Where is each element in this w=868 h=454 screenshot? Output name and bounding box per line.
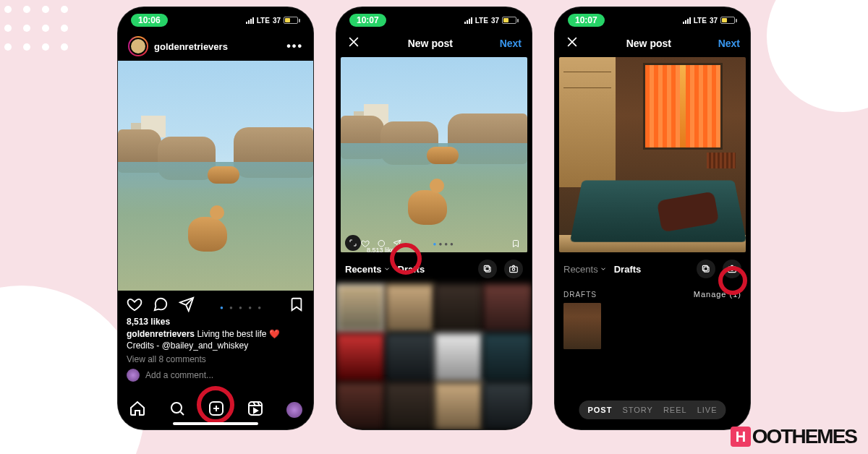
status-time: 10:07 bbox=[349, 14, 386, 27]
battery-percent: 37 bbox=[273, 17, 281, 25]
photo-gallery-grid bbox=[336, 284, 532, 429]
battery-icon bbox=[284, 17, 300, 24]
close-icon[interactable] bbox=[565, 35, 579, 51]
annotation-circle bbox=[390, 243, 422, 275]
story-avatar[interactable] bbox=[128, 36, 148, 56]
brand-text: OOTHEMES bbox=[752, 425, 856, 448]
add-comment-row[interactable]: Add a comment... bbox=[118, 364, 313, 386]
reels-icon[interactable] bbox=[247, 400, 264, 420]
mode-reel[interactable]: REEL bbox=[663, 406, 687, 414]
post-caption: goldenretrievers Living the best life ❤️… bbox=[118, 327, 313, 351]
battery-percent: 37 bbox=[710, 17, 718, 25]
svg-point-0 bbox=[171, 403, 182, 413]
gallery-thumb[interactable] bbox=[336, 333, 385, 382]
gallery-thumb[interactable] bbox=[336, 382, 385, 430]
post-action-bar: ● ● ● ● ● bbox=[118, 291, 313, 317]
status-bar: 10:06 LTE 37 bbox=[118, 7, 313, 33]
network-label: LTE bbox=[475, 17, 488, 25]
phone-screen-newpost-gallery: 10:07 LTE 37 New post Next bbox=[336, 7, 532, 429]
brand-logo-icon: H bbox=[731, 427, 751, 447]
phone-screen-newpost-drafts: 10:07 LTE 37 New post Next bbox=[555, 7, 750, 429]
battery-icon bbox=[720, 17, 737, 24]
gallery-thumb[interactable] bbox=[483, 333, 532, 382]
expand-icon[interactable] bbox=[345, 235, 361, 251]
annotation-circle bbox=[197, 386, 234, 424]
signal-icon bbox=[464, 17, 472, 24]
mode-post[interactable]: POST bbox=[587, 406, 612, 414]
source-picker-row: Recents Drafts bbox=[336, 252, 532, 284]
newpost-header: New post Next bbox=[555, 33, 750, 57]
battery-icon bbox=[502, 17, 519, 24]
my-avatar bbox=[127, 369, 140, 382]
caption-credits: Credits - @bailey_and_whiskey bbox=[127, 340, 248, 351]
comment-icon[interactable] bbox=[153, 296, 169, 315]
post-header: goldenretrievers ••• bbox=[118, 33, 313, 61]
drafts-label: DRAFTS bbox=[563, 291, 597, 299]
page-title: New post bbox=[361, 38, 500, 49]
status-bar: 10:07 LTE 37 bbox=[555, 7, 750, 33]
selected-preview[interactable]: ●●●● 8,513 like bbox=[341, 57, 527, 252]
selected-preview[interactable] bbox=[559, 57, 746, 252]
post-username[interactable]: goldenretrievers bbox=[154, 41, 228, 52]
gallery-thumb[interactable] bbox=[386, 382, 434, 430]
post-mode-selector[interactable]: POST STORY REEL LIVE bbox=[579, 401, 726, 419]
battery-percent: 37 bbox=[491, 17, 499, 25]
carousel-dots: ● ● ● ● ● bbox=[220, 304, 263, 311]
gallery-thumb[interactable] bbox=[336, 284, 385, 333]
status-time: 10:06 bbox=[131, 14, 168, 27]
post-photo[interactable] bbox=[118, 61, 313, 291]
svg-rect-7 bbox=[704, 267, 709, 272]
caption-username[interactable]: goldenretrievers bbox=[127, 329, 195, 339]
newpost-header: New post Next bbox=[336, 33, 532, 57]
close-icon[interactable] bbox=[346, 35, 361, 51]
svg-point-6 bbox=[512, 268, 515, 271]
home-indicator bbox=[173, 422, 258, 425]
next-button[interactable]: Next bbox=[500, 38, 522, 49]
signal-icon bbox=[683, 17, 691, 24]
gallery-thumb[interactable] bbox=[483, 382, 532, 430]
annotation-circle bbox=[718, 266, 747, 295]
status-bar: 10:07 LTE 37 bbox=[336, 7, 532, 33]
likes-count[interactable]: 8,513 likes bbox=[118, 317, 313, 327]
svg-rect-3 bbox=[485, 267, 490, 272]
search-icon[interactable] bbox=[169, 400, 186, 420]
more-icon[interactable]: ••• bbox=[286, 40, 303, 53]
mode-story[interactable]: STORY bbox=[622, 406, 653, 414]
status-time: 10:07 bbox=[568, 14, 605, 27]
svg-rect-2 bbox=[249, 402, 262, 415]
mode-live[interactable]: LIVE bbox=[697, 406, 718, 414]
gallery-thumb[interactable] bbox=[435, 333, 483, 382]
share-icon[interactable] bbox=[179, 296, 195, 315]
drafts-tab[interactable]: Drafts bbox=[614, 264, 642, 275]
draft-thumbnail[interactable] bbox=[563, 303, 601, 349]
svg-rect-4 bbox=[484, 265, 489, 270]
like-icon[interactable] bbox=[127, 296, 142, 315]
heart-emoji: ❤️ bbox=[269, 329, 280, 339]
gallery-thumb[interactable] bbox=[435, 284, 483, 333]
phone-screen-feed: 10:06 LTE 37 goldenretrievers ••• bbox=[118, 7, 313, 429]
gallery-thumb[interactable] bbox=[435, 382, 483, 430]
brand-watermark: HOOTHEMES bbox=[731, 425, 856, 448]
profile-avatar-icon[interactable] bbox=[286, 402, 302, 418]
chevron-down-icon bbox=[383, 264, 391, 275]
svg-rect-5 bbox=[510, 267, 518, 273]
preview-likes: 8,513 like bbox=[367, 247, 395, 252]
gallery-thumb[interactable] bbox=[386, 333, 434, 382]
recents-tab[interactable]: Recents bbox=[563, 264, 607, 275]
network-label: LTE bbox=[694, 17, 707, 25]
network-label: LTE bbox=[257, 17, 270, 25]
gallery-thumb[interactable] bbox=[386, 284, 434, 333]
home-icon[interactable] bbox=[129, 400, 146, 420]
multi-select-icon[interactable] bbox=[478, 260, 497, 278]
svg-rect-8 bbox=[702, 265, 707, 270]
next-button[interactable]: Next bbox=[718, 38, 740, 49]
gallery-thumb[interactable] bbox=[483, 284, 532, 333]
multi-select-icon[interactable] bbox=[697, 260, 715, 278]
view-comments-link[interactable]: View all 8 comments bbox=[118, 351, 313, 364]
page-title: New post bbox=[579, 38, 718, 49]
bookmark-icon[interactable] bbox=[289, 296, 305, 315]
signal-icon bbox=[246, 17, 254, 24]
recents-tab[interactable]: Recents bbox=[345, 264, 391, 275]
camera-icon[interactable] bbox=[504, 260, 523, 278]
chevron-down-icon bbox=[600, 264, 607, 275]
